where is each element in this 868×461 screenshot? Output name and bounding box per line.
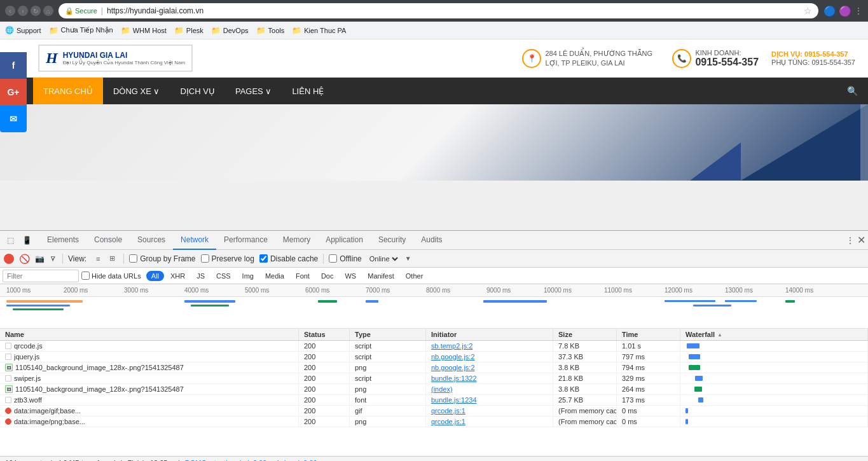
offline-label[interactable]: Offline — [329, 254, 361, 263]
reload-button[interactable]: ↻ — [31, 6, 41, 16]
filter-input[interactable] — [3, 270, 79, 282]
nav-trang-chu[interactable]: TRANG CHỦ — [33, 78, 103, 104]
filter-img[interactable]: Img — [237, 271, 259, 281]
hide-data-urls-checkbox[interactable] — [81, 272, 90, 280]
initiator-link[interactable]: bundle.js:1322 — [431, 375, 477, 382]
initiator-link[interactable]: qrcode.js:1 — [431, 407, 465, 415]
disable-cache-checkbox[interactable] — [259, 254, 268, 263]
tab-audits[interactable]: Audits — [413, 231, 450, 250]
table-row[interactable]: qrcode.js 200 script sb.temp2.js:2 7.8 K… — [0, 341, 868, 352]
initiator-link[interactable]: sb.temp2.js:2 — [431, 342, 472, 350]
throttle-select[interactable]: Online — [367, 254, 400, 263]
initiator-link[interactable]: nb.google.js:2 — [431, 353, 475, 361]
col-waterfall[interactable]: Waterfall ▲ — [680, 329, 868, 340]
tab-console[interactable]: Console — [86, 231, 130, 250]
filter-font[interactable]: Font — [291, 271, 315, 281]
tab-application[interactable]: Application — [318, 231, 371, 250]
filter-all[interactable]: All — [146, 271, 164, 281]
initiator-link[interactable]: (index) — [431, 385, 453, 393]
tab-security[interactable]: Security — [371, 231, 413, 250]
bookmark-plesk[interactable]: 📁 Plesk — [174, 26, 203, 35]
table-row[interactable]: 🖼 1105140_background_image_128x-.png?154… — [0, 362, 868, 373]
tab-sources[interactable]: Sources — [130, 231, 173, 250]
filter-icon[interactable]: ⛛ — [50, 254, 57, 263]
table-row[interactable]: jquery.js 200 script nb.google.js:2 37.3… — [0, 352, 868, 362]
nav-dich-vu[interactable]: DỊCH VỤ — [170, 78, 224, 104]
initiator-link[interactable]: nb.google.js:2 — [431, 364, 475, 371]
back-button[interactable]: ‹ — [5, 6, 15, 16]
cell-initiator: bundle.js:1234 — [426, 395, 553, 405]
col-initiator[interactable]: Initiator — [426, 329, 553, 340]
tab-elements[interactable]: Elements — [39, 231, 86, 250]
filter-css[interactable]: CSS — [211, 271, 236, 281]
list-view-button[interactable]: ≡ — [92, 252, 104, 265]
inspect-element-button[interactable]: ⬚ — [3, 233, 18, 248]
bookmark-tools[interactable]: 📁 Tools — [256, 26, 285, 35]
col-size[interactable]: Size — [553, 329, 617, 340]
ext-icon-2[interactable]: 🟣 — [839, 5, 851, 17]
offline-checkbox[interactable] — [329, 254, 337, 263]
group-by-frame-label[interactable]: Group by Frame — [129, 254, 195, 263]
table-row[interactable]: swiper.js 200 script bundle.js:1322 21.8… — [0, 373, 868, 384]
col-name[interactable]: Name — [0, 329, 299, 340]
forward-button[interactable]: › — [18, 6, 28, 16]
menu-icon[interactable]: ⋮ — [854, 6, 863, 16]
bookmark-support[interactable]: 🌐 Support — [5, 26, 41, 34]
site-logo[interactable]: H HYUNDAI GIA LAI Đại Lý Ủy Quyền Của Hy… — [38, 45, 193, 72]
nav-pages[interactable]: PAGES ∨ — [225, 78, 282, 104]
google-plus-button[interactable]: G+ — [0, 79, 27, 106]
record-button[interactable] — [4, 254, 14, 264]
ext-icon-1[interactable]: 🔵 — [823, 5, 836, 17]
initiator-link[interactable]: qrcode.js:1 — [431, 418, 465, 425]
filter-media[interactable]: Media — [260, 271, 289, 281]
search-icon[interactable]: 🔍 — [847, 86, 858, 96]
nav-search[interactable]: 🔍 — [837, 86, 868, 96]
waterfall-indicator — [685, 419, 688, 424]
filter-doc[interactable]: Doc — [316, 271, 339, 281]
nav-dong-xe[interactable]: DÒNG XE ∨ — [103, 78, 170, 104]
bookmark-star-icon[interactable]: ☆ — [804, 6, 812, 16]
bookmark-chua-tiep-nhan[interactable]: 📁 Chưa Tiếp Nhận — [49, 26, 113, 35]
nav-buttons: ‹ › ↻ ⌂ — [5, 6, 53, 16]
filter-ws[interactable]: WS — [340, 271, 361, 281]
hide-data-urls-label[interactable]: Hide data URLs — [81, 272, 141, 280]
logo-sub-text: Đại Lý Ủy Quyền Của Hyundai Thành Công V… — [63, 60, 185, 65]
col-type[interactable]: Type — [350, 329, 426, 340]
group-by-frame-checkbox[interactable] — [129, 254, 137, 263]
filter-js[interactable]: JS — [191, 271, 210, 281]
filter-manifest[interactable]: Manifest — [362, 271, 399, 281]
waterfall-indicator — [687, 343, 699, 348]
preserve-log-checkbox[interactable] — [201, 254, 209, 263]
grid-view-button[interactable]: ⊞ — [106, 252, 118, 265]
device-toggle-button[interactable]: 📱 — [19, 233, 34, 248]
filter-other[interactable]: Other — [401, 271, 429, 281]
table-row[interactable]: data:image/gif;base... 200 gif qrcode.js… — [0, 406, 868, 416]
devtools-close-button[interactable]: ✕ — [857, 234, 865, 246]
bookmark-kien-thuc-pa[interactable]: 📁 Kien Thuc PA — [292, 26, 346, 35]
more-tools-icon[interactable]: ⋮ — [846, 235, 855, 245]
initiator-link[interactable]: bundle.js:1234 — [431, 396, 477, 404]
table-row[interactable]: ztb3.woff 200 font bundle.js:1234 25.7 K… — [0, 395, 868, 406]
facebook-button[interactable]: f — [0, 52, 27, 79]
chat-button[interactable]: ✉ — [0, 106, 27, 132]
home-button[interactable]: ⌂ — [43, 6, 53, 16]
col-status[interactable]: Status — [299, 329, 350, 340]
disable-cache-label[interactable]: Disable cache — [259, 254, 318, 263]
bookmark-devops[interactable]: 📁 DevOps — [211, 26, 249, 35]
nav-lien-he[interactable]: LIÊN HỆ — [282, 78, 334, 104]
camera-icon[interactable]: 📷 — [35, 254, 45, 263]
preserve-log-label[interactable]: Preserve log — [201, 254, 254, 263]
bookmark-whm-host[interactable]: 📁 WHM Host — [121, 26, 167, 35]
address-item: 📍 284 LÊ DUẨN, PHƯỜNG THẮNG LỢI, TP PLEI… — [522, 49, 659, 68]
col-time[interactable]: Time — [617, 329, 680, 340]
tab-memory[interactable]: Memory — [275, 231, 318, 250]
clear-button[interactable]: 🚫 — [19, 254, 30, 264]
table-row[interactable]: 🖼 1105140_background_image_128x-.png?154… — [0, 384, 868, 395]
table-row[interactable]: data:image/png;base... 200 png qrcode.js… — [0, 416, 868, 427]
tab-performance[interactable]: Performance — [216, 231, 275, 250]
throttle-dropdown-icon[interactable]: ▼ — [405, 255, 411, 262]
address-bar[interactable]: 🔒 Secure | https://hyundai-gialai.com.vn… — [59, 3, 818, 18]
tab-network[interactable]: Network — [173, 231, 216, 250]
filter-xhr[interactable]: XHR — [165, 271, 190, 281]
bookmark-label: Kien Thuc PA — [304, 27, 346, 34]
